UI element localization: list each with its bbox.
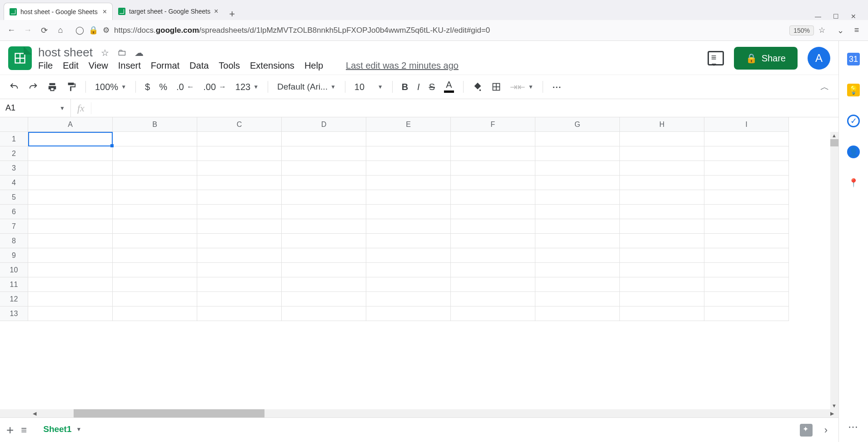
- cell[interactable]: [282, 190, 366, 205]
- last-edit-link[interactable]: Last edit was 2 minutes ago: [346, 60, 459, 71]
- cell[interactable]: [704, 292, 789, 306]
- cell[interactable]: [28, 132, 113, 146]
- cell[interactable]: [451, 146, 535, 161]
- column-header[interactable]: B: [113, 117, 197, 132]
- cell[interactable]: [28, 277, 113, 292]
- cell[interactable]: [282, 132, 366, 146]
- column-header[interactable]: I: [704, 117, 789, 132]
- cell[interactable]: [366, 248, 451, 263]
- cell[interactable]: [28, 263, 113, 277]
- cell[interactable]: [197, 132, 282, 146]
- minimize-icon[interactable]: —: [815, 13, 821, 20]
- font-dropdown[interactable]: Default (Ari...▼: [274, 80, 339, 94]
- borders-button[interactable]: [489, 80, 504, 93]
- menu-format[interactable]: Format: [151, 60, 180, 71]
- cell[interactable]: [113, 248, 197, 263]
- cell[interactable]: [113, 146, 197, 161]
- reload-button[interactable]: ⟳: [39, 25, 49, 35]
- side-panel-toggle[interactable]: ›: [820, 424, 832, 436]
- add-sheet-button[interactable]: +: [6, 423, 14, 437]
- cell[interactable]: [704, 263, 789, 277]
- cell[interactable]: [366, 161, 451, 176]
- cell[interactable]: [197, 176, 282, 190]
- row-header[interactable]: 4: [0, 176, 28, 190]
- cell[interactable]: [282, 234, 366, 248]
- cell[interactable]: [366, 263, 451, 277]
- collapse-toolbar-button[interactable]: ︿: [818, 79, 832, 95]
- increase-decimal-button[interactable]: .00→: [200, 80, 229, 94]
- cell[interactable]: [197, 306, 282, 321]
- cell[interactable]: [28, 234, 113, 248]
- cell[interactable]: [366, 205, 451, 219]
- close-tab-icon[interactable]: ×: [214, 7, 218, 15]
- comments-icon[interactable]: [708, 51, 724, 65]
- menu-help[interactable]: Help: [304, 60, 323, 71]
- cell[interactable]: [113, 306, 197, 321]
- cell[interactable]: [535, 292, 620, 306]
- sheet-tab-menu-icon[interactable]: ▼: [76, 426, 82, 432]
- row-header[interactable]: 10: [0, 263, 28, 277]
- cell[interactable]: [197, 234, 282, 248]
- row-header[interactable]: 2: [0, 146, 28, 161]
- document-title[interactable]: host sheet: [38, 45, 93, 60]
- browser-tab-active[interactable]: host sheet - Google Sheets ×: [4, 3, 113, 20]
- menu-view[interactable]: View: [89, 60, 108, 71]
- merge-cells-button[interactable]: ⇥⇤ ▼: [507, 80, 536, 94]
- cell[interactable]: [366, 234, 451, 248]
- cell[interactable]: [197, 248, 282, 263]
- row-header[interactable]: 11: [0, 277, 28, 292]
- cell[interactable]: [197, 161, 282, 176]
- strikethrough-button[interactable]: S: [426, 80, 438, 94]
- column-header[interactable]: G: [535, 117, 620, 132]
- cell[interactable]: [451, 132, 535, 146]
- menu-insert[interactable]: Insert: [118, 60, 141, 71]
- cell[interactable]: [282, 205, 366, 219]
- cell[interactable]: [451, 161, 535, 176]
- vertical-scrollbar[interactable]: ▲ ▼: [830, 132, 838, 409]
- account-avatar[interactable]: A: [808, 47, 830, 70]
- cell[interactable]: [535, 219, 620, 234]
- cell[interactable]: [704, 161, 789, 176]
- menu-data[interactable]: Data: [190, 60, 209, 71]
- cell[interactable]: [113, 132, 197, 146]
- cell[interactable]: [282, 219, 366, 234]
- cell[interactable]: [366, 190, 451, 205]
- select-all-corner[interactable]: [0, 117, 28, 132]
- row-header[interactable]: 5: [0, 190, 28, 205]
- cell[interactable]: [535, 248, 620, 263]
- cell[interactable]: [704, 306, 789, 321]
- row-header[interactable]: 12: [0, 292, 28, 306]
- cell[interactable]: [451, 205, 535, 219]
- row-header[interactable]: 7: [0, 219, 28, 234]
- cell[interactable]: [704, 176, 789, 190]
- contacts-icon[interactable]: 👤: [847, 146, 860, 158]
- cell[interactable]: [704, 219, 789, 234]
- cell[interactable]: [535, 190, 620, 205]
- cell[interactable]: [535, 306, 620, 321]
- text-color-button[interactable]: A: [441, 80, 457, 95]
- sheet-tab-active[interactable]: Sheet1 ▼: [34, 418, 90, 442]
- cell[interactable]: [620, 161, 704, 176]
- cell[interactable]: [282, 161, 366, 176]
- more-toolbar-button[interactable]: ⋯: [549, 80, 565, 94]
- pocket-icon[interactable]: ⌄: [835, 25, 845, 35]
- cell[interactable]: [704, 190, 789, 205]
- cell[interactable]: [113, 161, 197, 176]
- column-header[interactable]: D: [282, 117, 366, 132]
- explore-button[interactable]: [800, 424, 813, 437]
- shield-icon[interactable]: ◯: [75, 25, 84, 35]
- cell[interactable]: [620, 132, 704, 146]
- cell[interactable]: [28, 146, 113, 161]
- cell[interactable]: [535, 234, 620, 248]
- cell[interactable]: [197, 146, 282, 161]
- lock-icon[interactable]: 🔒: [89, 25, 98, 35]
- cell[interactable]: [451, 176, 535, 190]
- column-header[interactable]: F: [451, 117, 535, 132]
- cell[interactable]: [282, 277, 366, 292]
- cell[interactable]: [28, 248, 113, 263]
- star-icon[interactable]: ☆: [101, 47, 109, 58]
- column-header[interactable]: C: [197, 117, 282, 132]
- cell[interactable]: [28, 190, 113, 205]
- undo-button[interactable]: [6, 80, 22, 94]
- more-formats-dropdown[interactable]: 123▼: [233, 80, 261, 94]
